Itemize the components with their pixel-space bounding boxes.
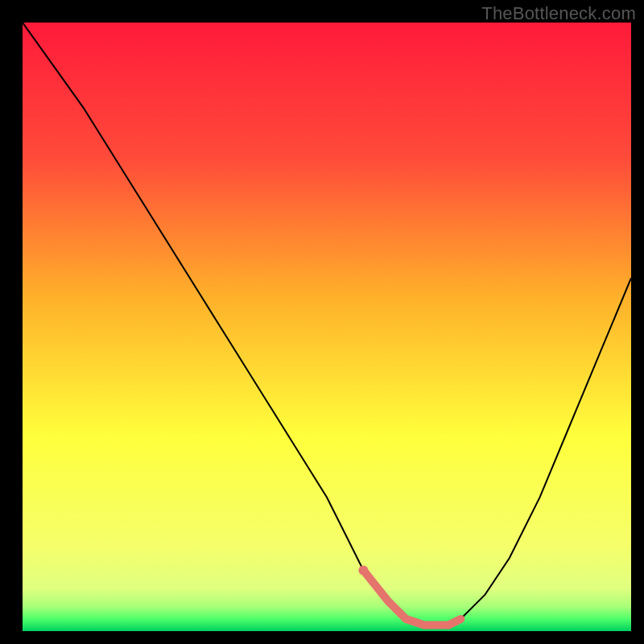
bottleneck-chart	[23, 23, 631, 631]
optimal-range-start-dot	[358, 565, 368, 575]
watermark-text: TheBottleneck.com	[481, 3, 636, 24]
chart-frame: TheBottleneck.com	[0, 0, 644, 644]
gradient-background	[23, 23, 631, 631]
